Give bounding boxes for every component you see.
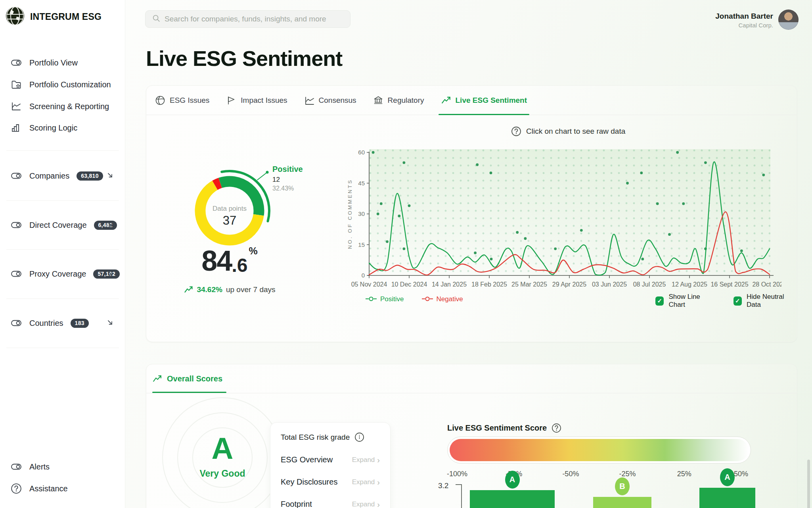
sidebar-dataset-direct-coverage[interactable]: Direct Coverage6,482	[0, 214, 125, 236]
panel-row-key-disclosures[interactable]: Key DisclosuresExpand›	[281, 477, 380, 487]
neutral-data-point[interactable]	[580, 229, 583, 232]
neutral-data-point[interactable]	[524, 237, 527, 240]
comments-line-chart[interactable]: 01530456005 Nov 202410 Dec 202414 Jan 20…	[345, 147, 781, 290]
sidebar-item-portfolio-customization[interactable]: Portfolio Customization	[0, 73, 125, 96]
neutral-data-point[interactable]	[403, 247, 406, 250]
panel-row-esg-overview[interactable]: ESG OverviewExpand›	[281, 455, 380, 464]
donut-center-value: 37	[223, 214, 236, 228]
gauge-scale: -100%-75%-50%-25%25%50%	[447, 470, 751, 479]
neutral-data-point[interactable]	[740, 250, 743, 252]
sidebar-item-label: Companies	[29, 171, 69, 181]
tab-consensus[interactable]: Consensus	[304, 86, 356, 115]
checkbox-icon[interactable]: ✓	[655, 296, 664, 306]
toggle-icon	[10, 57, 22, 69]
question-icon[interactable]	[552, 423, 561, 433]
line-chart-icon	[10, 100, 22, 112]
grade-bar[interactable]	[593, 497, 651, 508]
count-badge: 183	[71, 319, 89, 328]
y-tick-label: 30	[358, 210, 365, 217]
bank-icon	[373, 95, 383, 106]
sidebar-item-alerts[interactable]: Alerts	[0, 456, 125, 478]
sidebar-item-scoring-logic[interactable]: Scoring Logic	[0, 117, 125, 139]
se-arrow-icon[interactable]	[107, 270, 113, 278]
neutral-data-point[interactable]	[380, 202, 383, 205]
grade-bar[interactable]	[699, 488, 755, 508]
neutral-data-point[interactable]	[676, 151, 679, 154]
neutral-data-point[interactable]	[408, 204, 411, 207]
checkbox-hide-neutral-data[interactable]: ✓Hide Neutral Data	[733, 293, 797, 309]
neutral-data-point[interactable]	[704, 161, 707, 164]
checkbox-icon[interactable]: ✓	[733, 296, 742, 306]
neutral-data-point[interactable]	[762, 173, 765, 176]
neutral-data-point[interactable]	[386, 240, 389, 243]
gauge-tick-label: -100%	[447, 470, 467, 478]
donut-center-label: Data points	[213, 205, 247, 213]
se-arrow-icon[interactable]	[107, 319, 113, 327]
esg-grade: A	[212, 431, 234, 466]
legend-item-positive[interactable]: Positive	[365, 295, 404, 303]
sentiment-score-gauge[interactable]	[447, 437, 751, 464]
grade-bar[interactable]	[470, 490, 555, 508]
info-icon[interactable]	[354, 432, 364, 442]
sidebar-item-screening-reporting[interactable]: Screening & Reporting	[0, 95, 125, 117]
user-info[interactable]: Jonathan Barter Capital Corp.	[686, 12, 773, 29]
search-bar[interactable]	[145, 10, 350, 28]
question-icon	[511, 126, 521, 137]
gauge-tick-label: -25%	[619, 470, 636, 478]
tab-label: Regulatory	[388, 96, 424, 105]
tab-impact-issues[interactable]: Impact Issues	[226, 86, 287, 115]
neutral-data-point[interactable]	[398, 215, 400, 217]
expand-label: Expand	[352, 500, 375, 508]
neutral-data-point[interactable]	[490, 171, 492, 174]
scrollbar[interactable]	[807, 460, 810, 508]
se-arrow-icon[interactable]	[107, 221, 113, 229]
sidebar-item-assistance[interactable]: Assistance	[0, 477, 125, 500]
neutral-data-point[interactable]	[640, 171, 643, 174]
series-line-negative[interactable]	[369, 212, 770, 275]
sidebar-dataset-companies[interactable]: Companies63,810	[0, 165, 125, 187]
tab-regulatory[interactable]: Regulatory	[373, 86, 424, 115]
sidebar-item-portfolio-view[interactable]: Portfolio View	[0, 52, 125, 74]
panel-row-footprint[interactable]: FootprintExpand›	[281, 500, 380, 508]
y-tick-label: 45	[358, 180, 365, 187]
neutral-data-point[interactable]	[490, 258, 493, 260]
sidebar-item-label: Scoring Logic	[29, 123, 77, 133]
sentiment-headline: 84 .6 %	[201, 248, 257, 274]
series-line-positive[interactable]	[369, 162, 770, 275]
expand-button[interactable]: Expand›	[352, 456, 380, 464]
neutral-data-point[interactable]	[656, 202, 659, 205]
legend-label: Negative	[437, 295, 463, 303]
tab-esg-issues[interactable]: ESG Issues	[155, 86, 209, 115]
neutral-data-point[interactable]	[626, 182, 629, 185]
divider	[6, 200, 119, 201]
neutral-data-point[interactable]	[668, 233, 671, 236]
tab-label: ESG Issues	[170, 96, 209, 105]
legend-item-negative[interactable]: Negative	[421, 295, 463, 303]
y-axis-title: NO. OF COMMENTS	[347, 179, 353, 249]
neutral-data-point[interactable]	[377, 213, 379, 216]
avatar[interactable]	[778, 10, 799, 30]
neutral-data-point[interactable]	[516, 231, 519, 234]
sidebar-dataset-countries[interactable]: Countries183	[0, 312, 125, 334]
se-arrow-icon[interactable]	[107, 172, 113, 180]
sidebar-dataset-proxy-coverage[interactable]: Proxy Coverage57,192	[0, 263, 125, 285]
neutral-data-point[interactable]	[474, 252, 477, 254]
search-input[interactable]	[165, 15, 344, 23]
donut-slice-negative[interactable]	[215, 183, 220, 185]
expand-button[interactable]: Expand›	[352, 500, 380, 508]
gauge-title-row: Live ESG Sentiment Score	[447, 423, 561, 433]
neutral-data-point[interactable]	[641, 258, 644, 260]
neutral-data-point[interactable]	[372, 151, 375, 154]
checkbox-show-line-chart[interactable]: ✓Show Line Chart	[655, 293, 715, 309]
expand-button[interactable]: Expand›	[352, 478, 380, 486]
donut-callout[interactable]: Positive 12 32.43%	[272, 164, 303, 192]
neutral-data-point[interactable]	[476, 164, 479, 166]
neutral-data-point[interactable]	[554, 247, 557, 250]
neutral-data-point[interactable]	[403, 161, 406, 164]
neutral-data-point[interactable]	[682, 202, 685, 205]
tab-overall-scores[interactable]: Overall Scores	[152, 364, 222, 393]
gauge-tick-label: 50%	[734, 470, 748, 478]
tab-live-esg-sentiment[interactable]: Live ESG Sentiment	[441, 86, 527, 115]
x-tick-label: 10 Dec 2024	[391, 281, 427, 288]
chevron-right-icon: ›	[377, 478, 380, 486]
